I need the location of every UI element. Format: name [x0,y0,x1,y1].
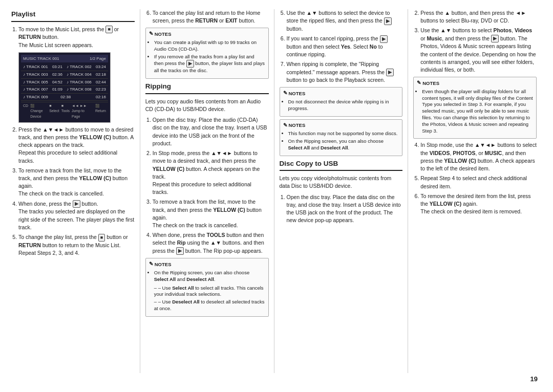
exit-label: EXIT [225,17,237,24]
list-item: Open the disc tray. Place the audio (CD-… [153,116,269,147]
playlist-title: Playlist [11,9,135,22]
list-item: To move to the Music List, press the ■ o… [18,26,135,123]
list-item: Press the ▲▼◄► buttons to move to a desi… [18,126,135,165]
rip-label: Rip [177,239,186,246]
screen-row: ♪ TRACK 00701:09 ♪ TRACK 00802:23 [21,86,108,94]
yellow-c-label: YELLOW (C) [153,166,184,172]
videos-label: Videos [515,27,532,33]
screen-row: ♪ TRACK 00504:52 ♪ TRACK 00602:44 [21,79,108,86]
ripping-list: Open the disc tray. Place the audio (CD-… [145,116,269,255]
notes-box-4: NOTES This function may not be supported… [280,119,403,156]
playlist-continued: To cancel the play list and return to th… [145,9,269,25]
list-item: To change the play list, press the ■ but… [18,233,135,257]
screen-row: ♪ TRACK 00103:21 ♪ TRACK 00203:24 [21,63,108,71]
disc-copy-title: Disc Copy to USB [280,159,403,171]
disc-copy-list-2: In Stop mode, use the ▲▼◄► buttons to se… [413,141,537,215]
screen-row: ♪ TRACK 00902:38 02:16 [21,94,108,101]
yellow-c-label: YELLOW (C) [79,134,111,140]
list-item: Use the ▲▼ buttons to select the device … [287,9,403,33]
list-item: To remove the desired item from the list… [420,192,537,216]
play-button-icon: ▶ [386,69,394,76]
notes-list: Even though the player will display fold… [417,89,533,135]
yellow-c-label: YELLOW (C) [213,207,245,213]
return-label: RETURN [18,34,41,40]
play-button-icon: ▶ [384,17,392,25]
page: Playlist To move to the Music List, pres… [0,0,553,392]
ripping-title: Ripping [145,81,269,94]
music-label: MUSIC [485,150,502,156]
ripping-intro: Lets you copy audio files contents from … [145,98,269,113]
list-item: To cancel the play list and return to th… [153,9,269,25]
notes-box-2: NOTES On the Ripping screen, you can als… [145,258,269,316]
yes-label: Yes [341,43,350,50]
yellow-c-label: YELLOW (C) [444,158,476,164]
list-item: To remove a track from the list, move to… [153,198,269,229]
yellow-c-label: YELLOW (C) [79,175,111,181]
notes-item: Even though the player will display fold… [422,89,533,135]
play-icon: ▶ [186,60,194,68]
list-item: When done, press the TOOLS button and th… [153,231,269,255]
list-item: In Stop mode, use the ▲▼◄► buttons to se… [420,141,537,172]
screen-footer: CD ⬛ Change Device ■ Select ■ Tools ◄◄ ►… [21,102,108,120]
list-item: In Stop mode, press the ▲▼◄► buttons to … [153,149,269,196]
stop-button-icon: ■ [98,234,105,242]
notes-title: NOTES [149,260,265,268]
tools-label: TOOLS [206,232,225,238]
list-item: Press the ▲ button, and then press the ◄… [420,9,537,25]
disc-copy-intro: Lets you copy video/photo/music contents… [280,175,403,190]
notes-list: You can create a playlist with up to 99 … [149,39,265,74]
notes-title: NOTES [283,122,399,129]
notes-title: NOTES [149,30,265,38]
notes-item: – Use Select All to select all tracks. T… [154,285,265,298]
music-label: Music [427,35,442,41]
notes-list: On the Ripping screen, you can also choo… [149,270,265,283]
notes-item: Do not disconnect the device while rippi… [288,99,399,112]
content-columns: Playlist To move to the Music List, pres… [11,9,542,373]
notes-box-1: NOTES You can create a playlist with up … [145,28,269,79]
play-button-icon: ▶ [176,247,184,255]
play-button-icon: ▶ [380,35,388,43]
return-label: RETURN [18,242,41,248]
playlist-list: To move to the Music List, press the ■ o… [11,26,135,257]
notes-item: – Use Deselect All to deselect all selec… [154,299,265,312]
notes-title: NOTES [417,79,533,87]
list-item: Use the ▲▼ buttons to select Photos, Vid… [420,27,537,74]
list-item: When done, press the ▶ button. The track… [18,200,135,231]
column-1: Playlist To move to the Music List, pres… [11,9,140,373]
music-list-screen: MUSIC TRACK 001 1/2 Page ♪ TRACK 00103:2… [18,52,111,123]
notes-sublist: – Use Select All to select all tracks. T… [149,285,265,312]
notes-item: If you remove all the tracks from a play… [154,54,265,75]
list-item: Repeat Step 4 to select and check additi… [420,175,537,190]
list-item: When ripping is complete, the "Ripping c… [287,60,403,84]
stop-button-icon: ■ [105,26,112,33]
disc-copy-list: Open the disc tray. Place the data disc … [280,193,403,225]
disc-copy-continued: Press the ▲ button, and then press the ◄… [413,9,537,74]
notes-item: On the Ripping screen, you can also choo… [288,138,399,151]
list-item: To remove a track from the list, move to… [18,167,135,198]
screen-page: 1/2 Page [90,56,106,62]
notes-item: You can create a playlist with up to 99 … [154,39,265,53]
column-3: Use the ▲▼ buttons to select the device … [274,9,409,373]
list-item: If you want to cancel ripping, press the… [287,35,403,58]
photos-label: PHOTOS [453,150,475,156]
notes-item: On the Ripping screen, you can also choo… [154,270,265,283]
photos-label: Photos [493,27,512,33]
no-label: No [370,43,377,50]
play-button-icon: ▶ [73,200,80,208]
notes-title: NOTES [283,90,399,97]
return-label: RETURN [195,17,218,24]
list-item: Open the disc tray. Place the data disc … [287,193,403,225]
screen-title: MUSIC TRACK 001 [23,56,59,62]
notes-box-5: NOTES Even though the player will displa… [413,77,537,139]
notes-list: This function may not be supported by so… [283,130,399,151]
play-button-icon: ▶ [491,35,499,42]
page-number: 19 [11,373,542,383]
notes-list: Do not disconnect the device while rippi… [283,99,399,112]
screen-row: ♪ TRACK 00302:36 ♪ TRACK 00402:18 [21,71,108,79]
column-2: To cancel the play list and return to th… [140,9,274,373]
ripping-continued: Use the ▲▼ buttons to select the device … [280,9,403,84]
notes-item: This function may not be supported by so… [288,130,399,137]
notes-box-3: NOTES Do not disconnect the device while… [280,87,403,116]
videos-label: VIDEOS [430,150,450,156]
yellow-c-label: YELLOW (C) [430,201,461,207]
